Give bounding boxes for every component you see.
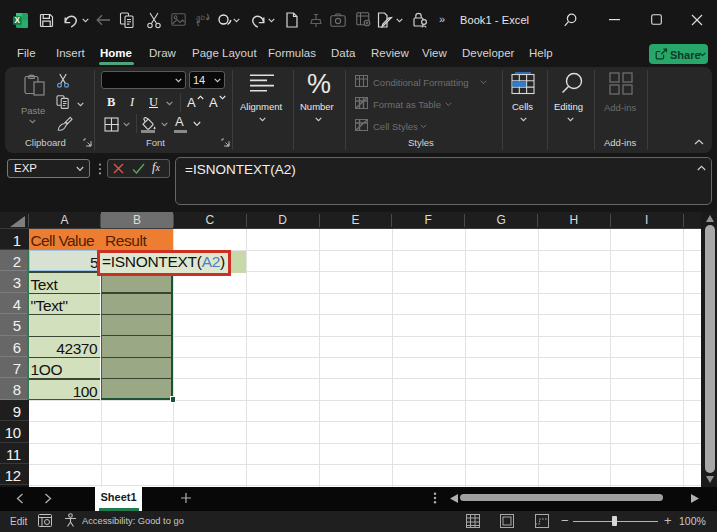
svg-text:X: X: [15, 16, 21, 25]
svg-text:ab: ab: [196, 13, 205, 22]
